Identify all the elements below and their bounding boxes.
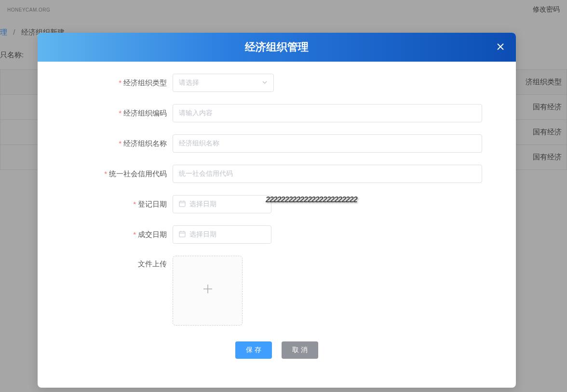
- plus-icon: [201, 282, 215, 299]
- calendar-icon: [179, 231, 186, 239]
- deal-date-placeholder: 选择日期: [189, 230, 216, 239]
- field-org-code: *经济组织编码 请输入内容: [71, 104, 482, 122]
- org-code-input[interactable]: 请输入内容: [173, 104, 482, 122]
- modal-footer: 保 存 取 消: [71, 338, 482, 373]
- chevron-down-icon: [262, 79, 268, 87]
- label-file-upload: 文件上传: [71, 256, 173, 269]
- reg-date-placeholder: 选择日期: [189, 200, 216, 209]
- field-file-upload: 文件上传: [71, 256, 482, 326]
- reg-date-input[interactable]: 选择日期: [173, 195, 271, 213]
- field-org-type: *经济组织类型 请选择: [71, 74, 482, 92]
- cancel-button[interactable]: 取 消: [282, 341, 318, 359]
- org-type-select[interactable]: 请选择: [173, 74, 274, 92]
- label-credit-code: *统一社会信用代码: [71, 170, 173, 179]
- label-deal-date: *成交日期: [71, 230, 173, 239]
- org-name-placeholder: 经济组织名称: [179, 139, 219, 148]
- org-name-input[interactable]: 经济组织名称: [173, 134, 482, 153]
- field-deal-date: *成交日期 选择日期: [71, 225, 482, 244]
- credit-code-input[interactable]: 统一社会信用代码: [173, 165, 482, 183]
- label-org-name: *经济组织名称: [71, 139, 173, 148]
- label-reg-date: *登记日期: [71, 200, 173, 209]
- field-org-name: *经济组织名称 经济组织名称: [71, 134, 482, 153]
- label-org-type: *经济组织类型: [71, 78, 173, 88]
- modal-header: 经济组织管理: [38, 33, 516, 62]
- calendar-icon: [179, 200, 186, 209]
- deal-date-input[interactable]: 选择日期: [173, 225, 271, 244]
- close-icon: [497, 42, 504, 53]
- modal-economic-org: 经济组织管理 *经济组织类型 请选择 *经济组织编码 请: [38, 33, 516, 388]
- field-reg-date: *登记日期 选择日期: [71, 195, 482, 213]
- credit-code-placeholder: 统一社会信用代码: [179, 170, 233, 178]
- label-org-code: *经济组织编码: [71, 109, 173, 118]
- svg-rect-0: [179, 201, 185, 207]
- org-code-placeholder: 请输入内容: [179, 109, 213, 118]
- file-upload-box[interactable]: [173, 256, 243, 326]
- modal-title: 经济组织管理: [245, 40, 309, 54]
- org-type-placeholder: 请选择: [179, 78, 199, 87]
- svg-rect-4: [179, 232, 185, 237]
- modal-body: *经济组织类型 请选择 *经济组织编码 请输入内容 *经济组织名称: [38, 62, 516, 388]
- close-button[interactable]: [495, 41, 506, 53]
- save-button[interactable]: 保 存: [235, 341, 272, 359]
- field-credit-code: *统一社会信用代码 统一社会信用代码: [71, 165, 482, 183]
